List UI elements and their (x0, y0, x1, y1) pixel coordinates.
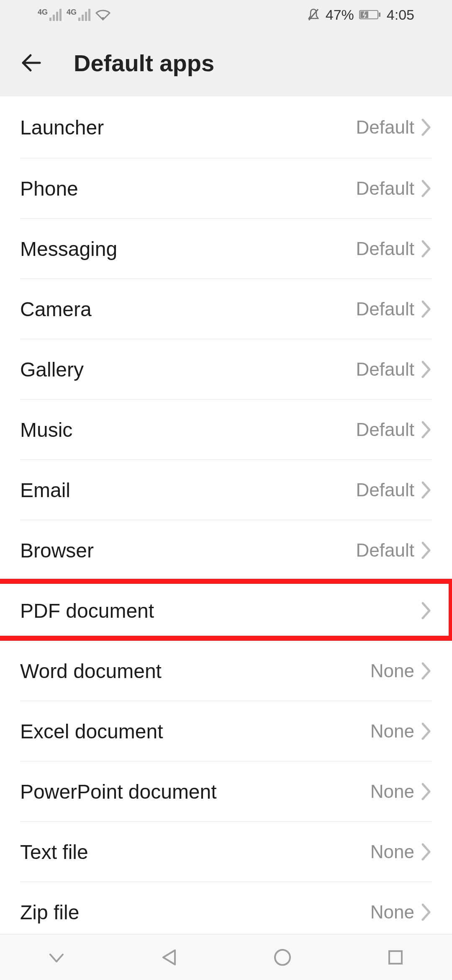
row-label: Excel document (20, 720, 163, 743)
chevron-right-icon (421, 782, 432, 801)
row-value: Default (356, 359, 414, 380)
row-right: Default (356, 299, 432, 320)
row-powerpoint-document[interactable]: PowerPoint documentNone (0, 761, 452, 822)
row-right: Default (356, 540, 432, 561)
row-value: None (370, 781, 414, 802)
row-label: PowerPoint document (20, 780, 217, 803)
row-right: Default (356, 419, 432, 440)
chevron-right-icon (421, 843, 432, 861)
row-value: Default (356, 178, 414, 199)
row-label: Zip file (20, 901, 79, 924)
row-messaging[interactable]: MessagingDefault (0, 219, 452, 279)
svg-point-5 (275, 950, 290, 965)
row-label: Phone (20, 177, 78, 200)
nav-home-button[interactable] (253, 943, 312, 972)
row-zip-file[interactable]: Zip fileNone (0, 882, 452, 942)
default-apps-list: LauncherDefaultPhoneDefaultMessagingDefa… (0, 96, 452, 980)
row-right: Default (356, 238, 432, 259)
row-right: None (370, 721, 432, 742)
chevron-right-icon (421, 903, 432, 921)
row-value: Default (356, 480, 414, 500)
wifi-icon (95, 9, 110, 21)
row-launcher[interactable]: LauncherDefault (0, 96, 452, 158)
row-right: Default (356, 480, 432, 500)
chevron-right-icon (421, 240, 432, 258)
chevron-right-icon (421, 360, 432, 379)
chevron-right-icon (421, 300, 432, 318)
mute-icon (306, 8, 321, 22)
signal-2-label: 4G (67, 8, 77, 17)
row-word-document[interactable]: Word documentNone (0, 641, 452, 701)
nav-recent-button[interactable] (366, 943, 425, 972)
header-bar: Default apps (0, 29, 452, 96)
chevron-right-icon (421, 481, 432, 499)
row-text-file[interactable]: Text fileNone (0, 822, 452, 882)
signal-1-icon: 4G (38, 9, 62, 21)
row-value: None (370, 841, 414, 862)
row-email[interactable]: EmailDefault (0, 460, 452, 520)
row-label: Music (20, 418, 72, 441)
row-value: Default (356, 299, 414, 320)
page-title: Default apps (74, 49, 214, 77)
row-label: Word document (20, 660, 162, 683)
status-left: 4G 4G (38, 9, 110, 21)
row-label: Email (20, 479, 70, 502)
nav-hide-keyboard-button[interactable] (27, 943, 86, 972)
status-bar: 4G 4G 47% 4:05 (0, 0, 452, 29)
row-right: None (370, 781, 432, 802)
row-value: Default (356, 419, 414, 440)
navigation-bar (0, 934, 452, 980)
nav-back-button[interactable] (140, 943, 199, 972)
row-music[interactable]: MusicDefault (0, 400, 452, 460)
screen: 4G 4G 47% 4:05 (0, 0, 452, 980)
arrow-left-icon (18, 49, 45, 76)
chevron-right-icon (421, 722, 432, 740)
row-right: None (370, 660, 432, 681)
chevron-right-icon (421, 420, 432, 439)
row-value: Default (356, 117, 414, 138)
chevron-right-icon (421, 541, 432, 560)
row-gallery[interactable]: GalleryDefault (0, 339, 452, 400)
row-excel-document[interactable]: Excel documentNone (0, 701, 452, 761)
row-label: Camera (20, 298, 92, 321)
row-browser[interactable]: BrowserDefault (0, 520, 452, 580)
row-label: PDF document (20, 599, 154, 622)
row-right: Default (356, 359, 432, 380)
row-camera[interactable]: CameraDefault (0, 279, 452, 339)
chevron-right-icon (421, 118, 432, 137)
row-value: Default (356, 540, 414, 561)
row-phone[interactable]: PhoneDefault (0, 158, 452, 219)
row-pdf-document[interactable]: PDF document (0, 580, 452, 641)
signal-2-icon: 4G (67, 9, 90, 21)
row-label: Text file (20, 841, 88, 864)
svg-rect-4 (379, 13, 380, 17)
battery-percent: 47% (326, 7, 354, 23)
row-value: None (370, 721, 414, 742)
battery-icon (359, 9, 382, 20)
row-right: Default (356, 117, 432, 138)
chevron-right-icon (421, 179, 432, 198)
row-value: None (370, 660, 414, 681)
back-button[interactable] (13, 44, 50, 82)
signal-1-label: 4G (38, 8, 48, 17)
status-right: 47% 4:05 (306, 7, 414, 23)
status-time: 4:05 (387, 7, 414, 23)
svg-point-0 (102, 17, 104, 20)
row-value: None (370, 902, 414, 923)
row-label: Launcher (20, 116, 104, 139)
row-label: Messaging (20, 237, 117, 260)
row-label: Browser (20, 539, 94, 562)
row-right: Default (356, 178, 432, 199)
row-right: None (370, 841, 432, 862)
row-value: Default (356, 238, 414, 259)
row-right (421, 601, 432, 620)
chevron-right-icon (421, 662, 432, 680)
svg-rect-6 (389, 951, 402, 964)
row-right: None (370, 902, 432, 923)
row-label: Gallery (20, 358, 84, 381)
chevron-right-icon (421, 601, 432, 620)
